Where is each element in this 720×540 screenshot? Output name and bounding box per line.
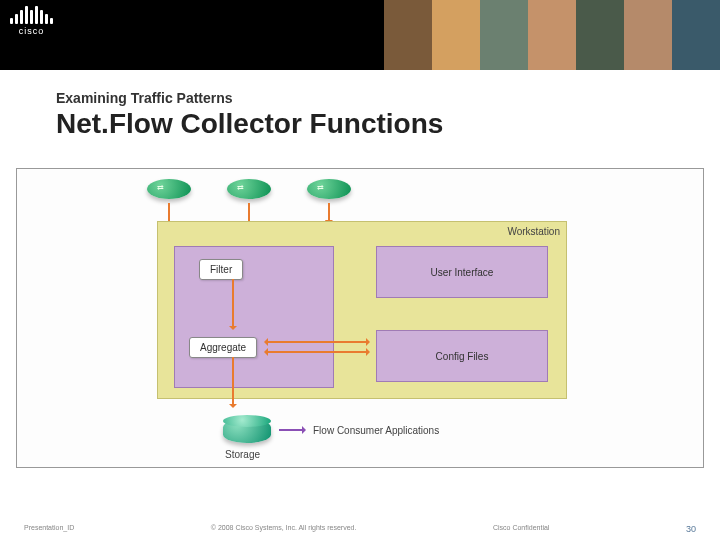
router-icon: ⇄ xyxy=(307,175,351,203)
footer-center: © 2008 Cisco Systems, Inc. All rights re… xyxy=(211,524,357,534)
router-row: ⇄ ⇄ ⇄ xyxy=(147,175,351,203)
storage-icon xyxy=(223,415,271,445)
page-number: 30 xyxy=(686,524,696,534)
flow-arrow-icon xyxy=(232,279,234,329)
user-interface-box: User Interface xyxy=(376,246,548,298)
flow-arrow-icon xyxy=(232,357,234,407)
flow-consumer-label: Flow Consumer Applications xyxy=(313,425,439,436)
bidir-arrow-icon xyxy=(265,341,369,343)
top-bar: cisco xyxy=(0,0,720,70)
router-icon: ⇄ xyxy=(227,175,271,203)
slide-title: Net.Flow Collector Functions xyxy=(56,108,443,140)
purple-arrow-icon xyxy=(279,429,305,431)
footer-right: Cisco Confidential xyxy=(493,524,549,534)
workstation-box: Workstation User Interface Config Files xyxy=(157,221,567,399)
processing-box xyxy=(174,246,334,388)
slide-footer: Presentation_ID © 2008 Cisco Systems, In… xyxy=(0,524,720,534)
diagram-frame: ⇄ ⇄ ⇄ Workstation User Interface Config … xyxy=(16,168,704,468)
user-interface-label: User Interface xyxy=(377,267,547,278)
bidir-arrow-icon xyxy=(265,351,369,353)
filter-chip: Filter xyxy=(199,259,243,280)
slide-titles: Examining Traffic Patterns Net.Flow Coll… xyxy=(56,90,443,140)
config-files-box: Config Files xyxy=(376,330,548,382)
router-icon: ⇄ xyxy=(147,175,191,203)
cisco-logo: cisco xyxy=(10,6,53,36)
brand-text: cisco xyxy=(19,26,45,36)
photo-collage xyxy=(384,0,720,70)
aggregate-chip: Aggregate xyxy=(189,337,257,358)
storage-label: Storage xyxy=(225,449,260,460)
config-files-label: Config Files xyxy=(377,351,547,362)
slide-subtitle: Examining Traffic Patterns xyxy=(56,90,443,106)
diagram: ⇄ ⇄ ⇄ Workstation User Interface Config … xyxy=(137,175,577,463)
workstation-label: Workstation xyxy=(507,226,560,237)
cisco-bars-icon xyxy=(10,6,53,24)
footer-left: Presentation_ID xyxy=(24,524,74,534)
